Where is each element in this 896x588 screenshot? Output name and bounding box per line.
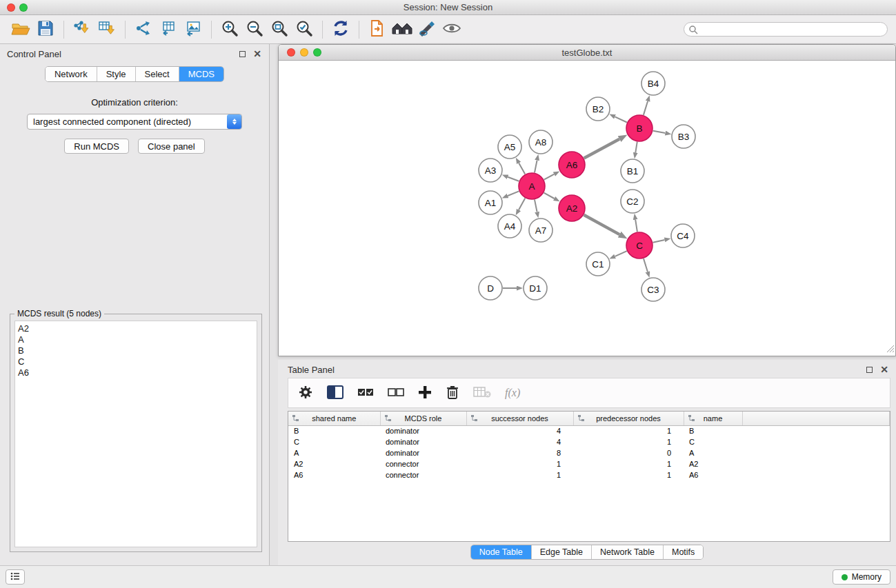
log-console-button[interactable]	[365, 17, 390, 42]
zoom-selected-button[interactable]	[292, 17, 317, 42]
tab-motifs[interactable]: Motifs	[664, 545, 703, 559]
zoom-fit-button[interactable]	[267, 17, 292, 42]
graph-edge-A2-C[interactable]	[584, 215, 620, 234]
table-cell[interactable]: A2	[684, 458, 742, 469]
table-settings-button[interactable]	[298, 385, 313, 402]
column-header-mcds-role[interactable]: MCDS role	[380, 412, 466, 425]
network-canvas[interactable]: B4B2BB3A5A8A6B1A3AC2A1A2A4A7C4CC1C3DD1	[279, 61, 895, 356]
float-panel-button[interactable]	[237, 49, 247, 59]
graph-edge-B-B2[interactable]	[615, 116, 627, 122]
table-cell[interactable]: B	[288, 425, 380, 436]
zoom-out-button[interactable]	[242, 17, 267, 42]
table-cell[interactable]: C	[288, 436, 380, 447]
table-cell[interactable]: 4	[466, 436, 573, 447]
column-header-name[interactable]: name	[684, 412, 742, 425]
export-table-button[interactable]	[156, 17, 181, 42]
column-selector-button[interactable]	[327, 385, 344, 401]
graph-node-D[interactable]: D	[479, 276, 502, 300]
run-mcds-button[interactable]: Run MCDS	[64, 139, 129, 154]
open-file-button[interactable]	[8, 17, 33, 42]
save-session-button[interactable]	[33, 17, 58, 42]
export-network-button[interactable]	[131, 17, 156, 42]
result-item[interactable]: A	[18, 334, 257, 345]
table-cell[interactable]: 4	[466, 425, 573, 436]
table-cell[interactable]: A	[684, 447, 742, 458]
tab-style[interactable]: Style	[97, 67, 136, 81]
graph-edge-A-A4[interactable]	[519, 199, 525, 210]
graph-edge-A6-B[interactable]	[584, 139, 619, 159]
graph-node-C[interactable]: C	[626, 232, 653, 258]
deselect-all-button[interactable]	[388, 387, 404, 399]
zoom-window-button[interactable]	[19, 3, 28, 12]
zoom-in-button[interactable]	[217, 17, 242, 42]
close-window-button[interactable]	[7, 3, 15, 12]
import-table-button[interactable]	[94, 17, 119, 42]
export-image-button[interactable]	[181, 17, 206, 42]
table-row[interactable]: Bdominator41B	[288, 425, 890, 436]
table-cell[interactable]: 1	[573, 458, 684, 469]
graph-edge-B-B1[interactable]	[635, 142, 637, 153]
function-builder-button[interactable]: f(x)	[505, 387, 520, 399]
mcds-result-list[interactable]: A2ABCA6	[14, 321, 257, 547]
table-cell[interactable]: dominator	[380, 436, 466, 447]
close-panel-action-button[interactable]: Close panel	[138, 139, 205, 154]
graph-node-A8[interactable]: A8	[529, 130, 552, 154]
graph-node-A1[interactable]: A1	[479, 191, 502, 214]
table-cell[interactable]: C	[684, 436, 742, 447]
table-cell[interactable]: 1	[573, 436, 684, 447]
tab-mcds[interactable]: MCDS	[179, 67, 223, 81]
tab-edge-table[interactable]: Edge Table	[532, 545, 592, 559]
graph-node-A[interactable]: A	[519, 173, 545, 199]
close-panel-button[interactable]: ✕	[252, 49, 262, 59]
table-cell[interactable]: B	[684, 425, 742, 436]
table-cell[interactable]: connector	[380, 458, 466, 469]
table-cell[interactable]: A6	[684, 469, 742, 480]
graph-node-B[interactable]: B	[626, 115, 653, 141]
tab-network-table[interactable]: Network Table	[592, 545, 664, 559]
graph-edge-C-C1[interactable]	[615, 251, 627, 256]
graph-node-A5[interactable]: A5	[498, 135, 521, 159]
task-history-button[interactable]	[6, 569, 25, 585]
graph-node-A3[interactable]: A3	[479, 159, 502, 182]
table-cell[interactable]: 1	[573, 425, 684, 436]
graph-node-B4[interactable]: B4	[641, 72, 665, 95]
table-cell[interactable]: A2	[288, 458, 380, 469]
column-header-predecessor-nodes[interactable]: predecessor nodes	[573, 412, 684, 425]
table-row[interactable]: A2connector11A2	[288, 458, 890, 469]
graph-edge-A-A7[interactable]	[535, 200, 537, 212]
tab-select[interactable]: Select	[136, 67, 179, 81]
table-close-button[interactable]: ✕	[879, 365, 889, 374]
graph-edge-A-A2[interactable]	[544, 193, 555, 199]
optimization-dropdown[interactable]: largest connected component (directed)	[27, 114, 242, 130]
result-item[interactable]: A2	[18, 323, 257, 334]
table-cell[interactable]: 1	[466, 469, 573, 480]
memory-button[interactable]: Memory	[833, 569, 890, 585]
graph-node-A7[interactable]: A7	[529, 219, 552, 242]
table-cell[interactable]: 1	[573, 469, 684, 480]
tab-network[interactable]: Network	[46, 67, 97, 81]
result-item[interactable]: B	[18, 345, 257, 356]
network-minimize-button[interactable]	[300, 48, 308, 57]
graph-edge-C-C2[interactable]	[635, 220, 637, 232]
table-cell[interactable]: dominator	[380, 447, 466, 458]
table-row[interactable]: Adominator80A	[288, 447, 890, 458]
search-input[interactable]	[701, 25, 882, 34]
table-cell[interactable]: 8	[466, 447, 573, 458]
graph-node-C4[interactable]: C4	[671, 224, 695, 247]
graph-edge-C-C4[interactable]	[653, 240, 665, 243]
home-button[interactable]	[390, 17, 415, 42]
table-cell[interactable]: dominator	[380, 425, 466, 436]
table-cell[interactable]: A	[288, 447, 380, 458]
table-cell[interactable]: 0	[573, 447, 684, 458]
graph-node-D1[interactable]: D1	[524, 276, 547, 300]
table-cell[interactable]: 1	[466, 458, 573, 469]
resize-grip-icon[interactable]	[886, 345, 895, 355]
network-window-titlebar[interactable]: testGlobe.txt	[279, 45, 895, 61]
table-row[interactable]: Cdominator41C	[288, 436, 890, 447]
network-zoom-button[interactable]	[313, 48, 321, 57]
graph-edge-A-A3[interactable]	[508, 177, 519, 181]
graph-edge-C-C3[interactable]	[644, 258, 648, 272]
column-header-shared-name[interactable]: shared name	[288, 412, 380, 425]
import-network-button[interactable]	[70, 17, 94, 42]
table-float-button[interactable]	[864, 365, 874, 374]
